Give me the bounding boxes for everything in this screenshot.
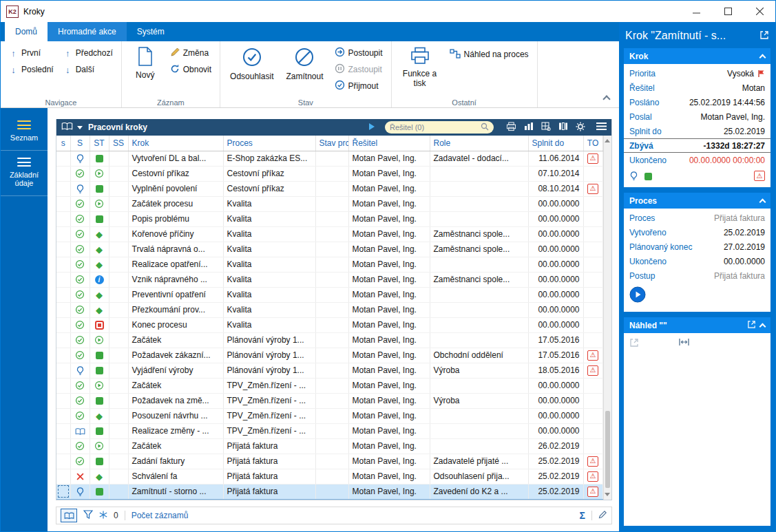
section-krok: Krok PrioritaVysoká ŘešitelMotan Posláno… [624,48,770,187]
table-row[interactable]: Realizace změny - ...TPV_Změn.řízení - .… [56,423,602,438]
table-row[interactable]: Začátek procesuKvalitaMotan Pavel, Ing.0… [56,196,602,211]
columns-icon[interactable] [558,122,568,133]
collapse-ribbon-chevron-icon[interactable] [602,95,610,103]
cell-role: Odsouhlasení přija... [430,469,528,484]
cell-krok: Zamítnutí - storno ... [128,484,223,499]
cell-role [430,211,528,226]
detail-panel: Krok "Zamítnutí - s... Krok PrioritaVyso… [619,22,775,531]
refresh-button[interactable]: Obnovit [167,61,214,78]
scroll-down-button[interactable] [604,489,612,500]
table-row[interactable]: ZačátekPřijatá fakturaMotan Pavel, Ing.2… [56,438,602,454]
table-row[interactable]: ◆Posouzení návrhu ...TPV_Změn.řízení - .… [56,408,602,423]
section-krok-header[interactable]: Krok [624,48,770,64]
tab-system[interactable]: Systém [127,22,175,41]
column-header-ST[interactable]: ST [90,136,109,151]
table-row[interactable]: ZačátekPlánování výroby 1...Motan Pavel,… [56,332,602,348]
expand-preview-icon[interactable] [747,320,756,331]
last-button[interactable]: ↓Poslední [6,61,56,78]
column-header-role[interactable]: Role [430,136,528,151]
table-row[interactable]: Vyplnění povoleníCestovní příkazMotan Pa… [56,181,602,196]
reject-button[interactable]: Zamítnout [282,45,327,82]
table-row[interactable]: Konec procesuKvalitaMotan Pavel, Ing.00.… [56,317,602,332]
first-button[interactable]: ↑První [6,45,56,61]
forward-button[interactable]: Postoupit [332,45,386,61]
previous-button[interactable]: ↑Předchozí [61,45,116,61]
section-proces-header[interactable]: Proces [624,193,770,209]
column-header-s[interactable]: s [56,136,70,151]
next-button[interactable]: ↓Další [61,61,116,78]
cell-s [56,469,70,484]
accept-button[interactable]: Přijmout [332,78,386,94]
chevron-down-icon[interactable] [77,126,83,129]
record-count-label: Počet záznamů [132,511,189,520]
tab-hromadne-akce[interactable]: Hromadné akce [48,22,127,41]
vertical-scrollbar[interactable] [603,136,612,500]
table-row[interactable]: Vytvoření DL a bal...E-Shop zakázka ES..… [56,151,602,166]
snowflake-icon[interactable] [99,511,107,521]
expand-preview-disabled-icon[interactable] [629,338,639,350]
print-icon[interactable] [506,122,516,134]
column-header-krok[interactable]: Krok [128,136,223,151]
pivot-search-icon[interactable] [541,122,551,133]
last-label: Poslední [21,65,54,74]
grid-titlebar: Pracovní kroky [56,119,611,136]
close-button[interactable] [744,1,775,22]
book-view-toggle[interactable] [61,509,77,522]
scrollbar-thumb[interactable] [605,411,611,488]
table-row[interactable]: Požadavek na změ...TPV_Změn.řízení - ...… [56,393,602,408]
cell-role [430,302,528,317]
cell-to: ⚠ [583,363,602,378]
column-header-stav-prc[interactable]: Stav prc [315,136,348,151]
process-preview-button[interactable]: Náhled na proces [447,46,532,63]
tab-domu[interactable]: Domů [5,22,48,41]
fit-width-icon[interactable] [679,338,689,348]
scroll-up-button[interactable] [604,136,612,146]
open-book-icon[interactable] [61,122,73,133]
approve-button[interactable]: Odsouhlasit [226,45,277,82]
sidebar-item-seznam[interactable]: Seznam [1,114,48,151]
gear-icon[interactable] [576,122,585,134]
table-row[interactable]: ◆Kořenové příčinyKvalitaMotan Pavel, Ing… [56,226,602,242]
run-filter-icon[interactable] [368,123,375,133]
maximize-button[interactable] [712,1,744,22]
app-window: K2 Kroky Domů Hromadné akce Systém ↑Prvn… [0,0,776,532]
column-header-S[interactable]: S [70,136,90,151]
edit-button[interactable]: Změna [167,45,214,61]
table-row[interactable]: ZačátekTPV_Změn.řízení - ...Motan Pavel,… [56,378,602,393]
table-row[interactable]: ◆Přezkoumání prov...KvalitaMotan Pavel, … [56,302,602,317]
chart-icon[interactable] [524,122,534,133]
table-row[interactable]: Vyjádření výrobyPlánování výroby 1...Mot… [56,363,602,378]
ribbon-group-stav: Odsouhlasit Zamítnout Postoupit Zastoupi… [220,41,391,107]
table-row[interactable]: ◆Schválení faPřijatá fakturaMotan Pavel,… [56,469,602,484]
sum-icon[interactable]: Σ [580,510,585,521]
table-row[interactable]: ◆Realizace opatření...KvalitaMotan Pavel… [56,257,602,272]
table-row[interactable]: Popis problémuKvalitaMotan Pavel, Ing.00… [56,211,602,226]
expand-panel-icon[interactable] [759,30,769,42]
column-header-to[interactable]: TO [583,136,602,151]
edit-pencil-icon[interactable] [598,510,607,521]
minimize-button[interactable] [680,1,712,22]
column-header-splnit-do[interactable]: Splnit do [528,136,583,151]
functions-print-button[interactable]: Funkce a tisk [397,45,443,88]
cell-ss [109,332,128,348]
filter-icon[interactable] [83,510,93,521]
table-row[interactable]: Cestovní příkazCestovní příkazMotan Pave… [56,166,602,181]
run-process-button[interactable] [629,295,646,305]
cell-steptype-icon: ◆ [90,287,109,302]
section-nahled-header[interactable]: Náhled "" [624,317,770,333]
table-row[interactable]: iVznik nápravného ...KvalitaMotan Pavel,… [56,272,602,287]
column-header-SS[interactable]: SS [109,136,128,151]
substitute-button[interactable]: Zastoupit [332,61,386,78]
sidebar-item-zakladni-udaje[interactable]: Základní údaje [1,151,48,196]
search-input[interactable] [390,123,481,131]
table-row[interactable]: Zadání fakturyPřijatá fakturaMotan Pavel… [56,454,602,469]
column-header-resitel[interactable]: Řešitel [348,136,430,151]
table-row[interactable]: Zamítnutí - storno ...Přijatá fakturaMot… [56,484,602,499]
titlebar: K2 Kroky [1,1,775,22]
menu-icon[interactable] [596,123,607,132]
column-header-proces[interactable]: Proces [223,136,315,151]
table-row[interactable]: Požadavek zákazní...Plánování výroby 1..… [56,348,602,363]
new-button[interactable]: Nový [127,45,163,81]
table-row[interactable]: ◆Trvalá nápravná o...KvalitaMotan Pavel,… [56,242,602,257]
table-row[interactable]: ◆Preventivní opatřeníKvalitaMotan Pavel,… [56,287,602,302]
